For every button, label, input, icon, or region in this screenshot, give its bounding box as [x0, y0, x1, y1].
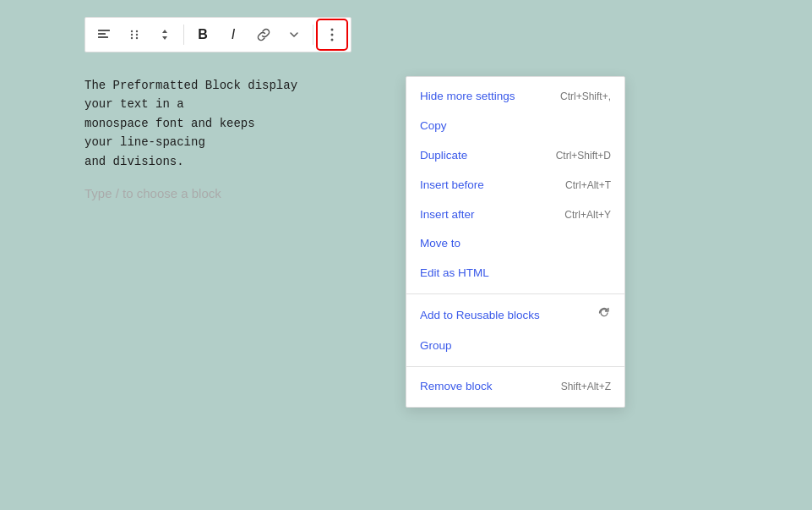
more-rich-button[interactable] — [281, 21, 308, 48]
add-to-reusable-label: Add to Reusable blocks — [420, 308, 540, 324]
menu-item-insert-before[interactable]: Insert before Ctrl+Alt+T — [406, 171, 624, 200]
menu-item-add-to-reusable[interactable]: Add to Reusable blocks — [406, 299, 624, 332]
toolbar-divider-1 — [183, 25, 184, 45]
menu-section-2: Add to Reusable blocks Group — [406, 294, 624, 366]
content-line-2: your text in a — [84, 95, 406, 113]
options-button[interactable] — [319, 21, 346, 48]
link-icon — [256, 27, 271, 42]
chevron-down-icon — [287, 28, 301, 41]
edit-as-html-label: Edit as HTML — [420, 266, 489, 282]
menu-item-insert-after[interactable]: Insert after Ctrl+Alt+Y — [406, 200, 624, 230]
hide-more-settings-label: Hide more settings — [420, 89, 515, 105]
menu-item-remove-block[interactable]: Remove block Shift+Alt+Z — [406, 372, 624, 402]
svg-point-5 — [131, 34, 133, 36]
italic-label: I — [232, 27, 235, 42]
link-button[interactable] — [250, 21, 277, 48]
move-updown-icon — [157, 27, 172, 42]
remove-block-label: Remove block — [420, 379, 493, 395]
options-icon — [330, 27, 334, 42]
block-toolbar: B I — [84, 17, 352, 52]
insert-before-label: Insert before — [420, 178, 484, 194]
svg-rect-1 — [98, 33, 106, 35]
menu-item-edit-as-html[interactable]: Edit as HTML — [406, 259, 624, 288]
block-content: The Preformatted Block display your text… — [84, 76, 406, 171]
menu-item-move-to[interactable]: Move to — [406, 229, 624, 259]
remove-block-shortcut: Shift+Alt+Z — [561, 380, 611, 394]
hide-more-settings-shortcut: Ctrl+Shift+, — [560, 90, 611, 104]
bold-button[interactable]: B — [189, 21, 216, 48]
move-up-down-button[interactable] — [151, 21, 178, 48]
svg-rect-2 — [98, 36, 108, 38]
duplicate-shortcut: Ctrl+Shift+D — [556, 149, 611, 163]
menu-section-1: Hide more settings Ctrl+Shift+, Copy Dup… — [406, 77, 624, 294]
menu-section-3: Remove block Shift+Alt+Z — [406, 367, 624, 407]
svg-point-10 — [331, 34, 334, 36]
move-to-label: Move to — [420, 236, 460, 252]
menu-item-copy[interactable]: Copy — [406, 112, 624, 141]
menu-item-duplicate[interactable]: Duplicate Ctrl+Shift+D — [406, 141, 624, 171]
svg-point-4 — [136, 30, 138, 32]
copy-label: Copy — [420, 118, 447, 134]
svg-point-6 — [136, 34, 138, 36]
block-type-button[interactable] — [90, 21, 117, 48]
insert-after-label: Insert after — [420, 207, 475, 223]
content-line-3: monospace font and keeps — [84, 114, 406, 133]
content-line-4: your line-spacing — [84, 133, 406, 151]
content-line-1: The Preformatted Block display — [84, 76, 406, 95]
drag-handle-button[interactable] — [121, 21, 148, 48]
drag-icon — [127, 27, 142, 42]
bold-label: B — [198, 27, 208, 42]
svg-point-3 — [131, 30, 133, 32]
svg-point-9 — [331, 29, 334, 31]
toolbar-divider-2 — [313, 25, 313, 45]
content-line-5: and divisions. — [84, 152, 406, 171]
insert-after-shortcut: Ctrl+Alt+Y — [564, 208, 611, 222]
preformatted-icon — [95, 26, 112, 43]
block-placeholder: Type / to choose a block — [84, 186, 221, 200]
menu-item-group[interactable]: Group — [406, 332, 624, 361]
italic-button[interactable]: I — [220, 21, 247, 48]
menu-item-hide-more-settings[interactable]: Hide more settings Ctrl+Shift+, — [406, 82, 624, 112]
duplicate-label: Duplicate — [420, 148, 467, 164]
group-label: Group — [420, 338, 452, 354]
reusable-icon — [597, 306, 611, 325]
svg-point-8 — [136, 37, 138, 39]
svg-rect-0 — [98, 30, 110, 31]
svg-point-7 — [131, 37, 133, 39]
insert-before-shortcut: Ctrl+Alt+T — [565, 178, 611, 193]
context-menu: Hide more settings Ctrl+Shift+, Copy Dup… — [406, 76, 625, 408]
svg-point-11 — [331, 39, 334, 41]
